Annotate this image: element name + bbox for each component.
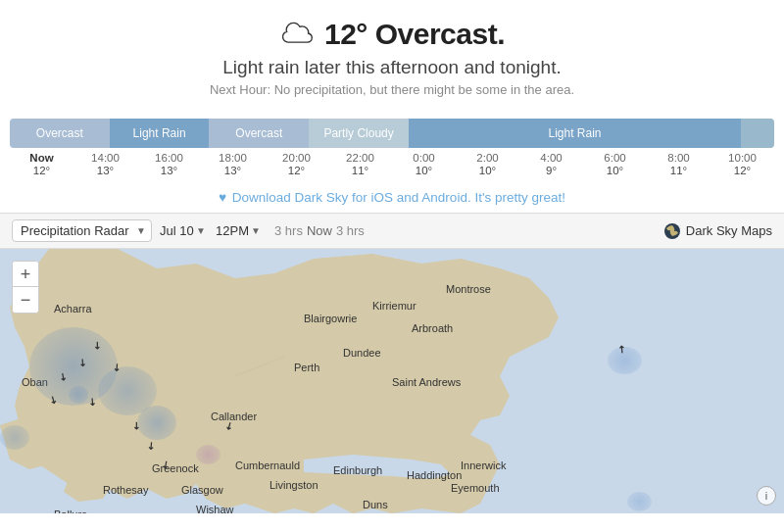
info-button[interactable]: i <box>757 486 776 506</box>
time-labels: Now12°14:0013°16:0013°18:0013°20:0012°22… <box>10 148 774 176</box>
segment-light-rain-1: Light Rain <box>110 119 210 148</box>
segment-partly-cloudy: Partly Cloudy <box>309 119 409 148</box>
download-bar: ♥ Download Dark Sky for iOS and Android.… <box>0 180 784 213</box>
time-col-10: 8:0011° <box>647 152 710 176</box>
range-forward-btn[interactable]: 3 hrs <box>336 223 365 238</box>
segment-overcast-2: Overcast <box>209 119 309 148</box>
time-col-11: 10:0012° <box>710 152 774 176</box>
time-col-3: 18:0013° <box>201 152 265 176</box>
cloud-icon <box>279 21 315 48</box>
date-wrapper[interactable]: Jul 10 ▼ <box>160 223 208 238</box>
dark-sky-maps-label: Dark Sky Maps <box>663 222 772 240</box>
timeline-container: Overcast Light Rain Overcast Partly Clou… <box>0 119 784 176</box>
segment-end <box>741 119 774 148</box>
time-select[interactable]: 12PM <box>216 223 263 238</box>
zoom-out-button[interactable]: − <box>13 287 38 313</box>
heart-icon: ♥ <box>219 190 226 205</box>
layer-select[interactable]: Precipitation Radar <box>12 219 152 242</box>
main-temp-display: 12° Overcast. <box>324 18 505 51</box>
date-select[interactable]: Jul 10 <box>160 223 208 238</box>
main-condition: 12° Overcast. <box>20 18 764 51</box>
summary-text: Light rain later this afternoon and toni… <box>20 57 764 78</box>
time-wrapper[interactable]: 12PM ▼ <box>216 223 263 238</box>
time-col-8: 4:009° <box>519 152 583 176</box>
time-range-controls: 3 hrs Now 3 hrs <box>274 223 365 238</box>
map-svg <box>0 249 784 513</box>
range-now: Now <box>307 223 332 238</box>
next-hour-text: Next Hour: No precipitation, but there m… <box>20 82 764 97</box>
condition-bars: Overcast Light Rain Overcast Partly Clou… <box>10 119 774 148</box>
segment-light-rain-2: Light Rain <box>409 119 741 148</box>
time-col-6: 0:0010° <box>392 152 456 176</box>
time-col-5: 22:0011° <box>328 152 392 176</box>
time-col-2: 16:0013° <box>137 152 201 176</box>
map-container[interactable]: AcharraObanBlairgowrieArbroathDundeePert… <box>0 249 784 513</box>
download-link[interactable]: Download Dark Sky for iOS and Android. I… <box>232 190 565 205</box>
time-col-1: 14:0013° <box>74 152 137 176</box>
header-section: 12° Overcast. Light rain later this afte… <box>0 0 784 119</box>
segment-overcast-1: Overcast <box>10 119 110 148</box>
dark-sky-icon <box>663 222 681 240</box>
zoom-controls: + − <box>12 261 39 314</box>
time-col-9: 6:0010° <box>583 152 647 176</box>
time-col-4: 20:0012° <box>265 152 328 176</box>
range-back-btn[interactable]: 3 hrs <box>274 223 303 238</box>
zoom-in-button[interactable]: + <box>13 262 38 287</box>
layer-select-wrapper[interactable]: Precipitation Radar ▼ <box>12 219 152 242</box>
map-controls: Precipitation Radar ▼ Jul 10 ▼ 12PM ▼ 3 … <box>0 213 784 249</box>
time-col-0: Now12° <box>10 152 74 176</box>
time-col-7: 2:0010° <box>456 152 519 176</box>
